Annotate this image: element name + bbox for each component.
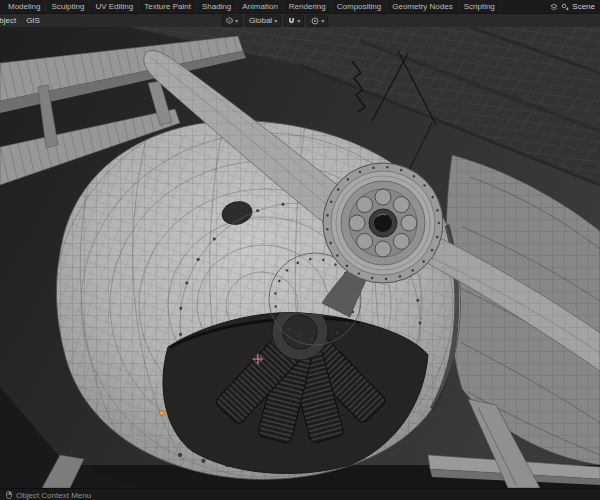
- chevron-down-icon: ▾: [274, 18, 277, 24]
- proportional-editing-toggle[interactable]: ▾: [307, 15, 328, 27]
- snap-magnet-icon: [288, 17, 295, 25]
- view-layer-icon: [550, 3, 558, 11]
- tab-sculpting[interactable]: Sculpting: [46, 1, 90, 12]
- topbar: Modeling Sculpting UV Editing Texture Pa…: [0, 0, 600, 13]
- header-tool-cluster: ▾ Global ▾ ▾ ▾: [222, 14, 328, 27]
- statusbar: Object Context Menu: [0, 488, 600, 500]
- transform-orientation-dropdown[interactable]: Global ▾: [245, 15, 281, 27]
- scene-selector[interactable]: Scene: [572, 2, 595, 11]
- tab-uv-editing[interactable]: UV Editing: [90, 1, 139, 12]
- viewport-canvas: [0, 27, 600, 488]
- chevron-down-icon: ▾: [235, 18, 238, 24]
- orientation-label: Global: [249, 16, 272, 25]
- tab-modeling[interactable]: Modeling: [3, 1, 46, 12]
- tab-geometry-nodes[interactable]: Geometry Nodes: [387, 1, 458, 12]
- tab-shading[interactable]: Shading: [197, 1, 237, 12]
- proportional-editing-icon: [311, 17, 319, 25]
- object-origin[interactable]: [160, 411, 165, 416]
- tab-scripting[interactable]: Scripting: [459, 1, 501, 12]
- tab-texture-paint[interactable]: Texture Paint: [139, 1, 197, 12]
- viewport-header: Object GIS ▾ Global ▾ ▾ ▾: [0, 13, 600, 27]
- spinner-hub: [323, 163, 443, 283]
- mouse-right-click-icon: [6, 491, 12, 499]
- tab-compositing[interactable]: Compositing: [332, 1, 387, 12]
- cube-mode-icon: [226, 17, 233, 24]
- gis-menu[interactable]: GIS: [21, 16, 45, 25]
- tab-rendering[interactable]: Rendering: [284, 1, 332, 12]
- mode-dropdown[interactable]: ▾: [222, 15, 242, 27]
- tab-animation[interactable]: Animation: [237, 1, 284, 12]
- chevron-down-icon: ▾: [297, 18, 300, 24]
- snap-toggle[interactable]: ▾: [284, 15, 304, 27]
- scene-icon: [561, 3, 569, 11]
- context-menu-hint: Object Context Menu: [16, 491, 91, 500]
- chevron-down-icon: ▾: [321, 18, 324, 24]
- 3d-viewport[interactable]: [0, 27, 600, 488]
- object-menu[interactable]: Object: [0, 16, 21, 25]
